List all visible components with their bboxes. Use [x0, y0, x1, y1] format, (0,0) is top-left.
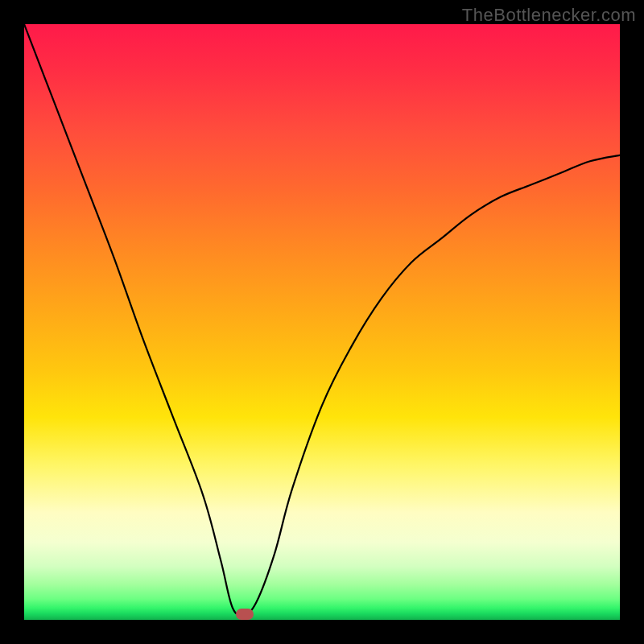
bottleneck-curve	[24, 24, 620, 620]
optimal-marker	[236, 609, 254, 620]
curve-path	[24, 24, 620, 615]
chart-frame: TheBottlenecker.com	[0, 0, 644, 644]
watermark-text: TheBottlenecker.com	[462, 5, 636, 26]
plot-area	[24, 24, 620, 620]
